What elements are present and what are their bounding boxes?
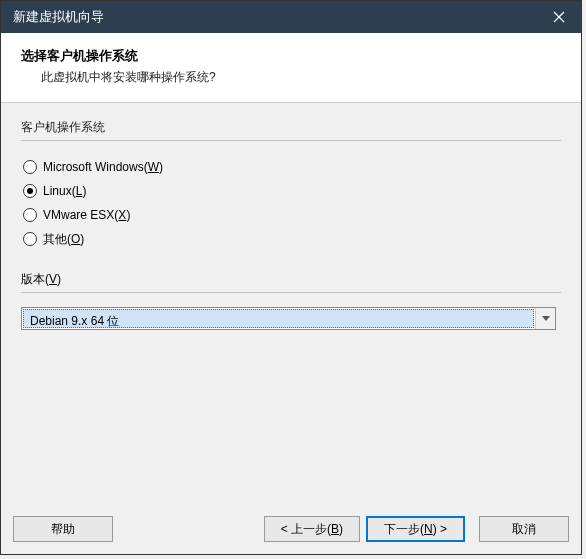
os-group-label: 客户机操作系统 (21, 119, 561, 136)
radio-label: Linux(L) (43, 184, 86, 198)
radio-label: 其他(O) (43, 231, 84, 248)
version-combobox[interactable]: Debian 9.x 64 位 (21, 307, 556, 330)
radio-linux[interactable]: Linux(L) (23, 179, 561, 203)
radio-circle-icon (23, 232, 37, 246)
close-icon (553, 11, 565, 23)
radio-circle-icon (23, 160, 37, 174)
radio-circle-icon (23, 208, 37, 222)
radio-other[interactable]: 其他(O) (23, 227, 561, 251)
back-label: < 上一步(B) (281, 521, 343, 538)
radio-label: VMware ESX(X) (43, 208, 130, 222)
radio-circle-icon (23, 184, 37, 198)
help-label: 帮助 (51, 521, 75, 538)
help-button[interactable]: 帮助 (13, 516, 113, 542)
radio-label: Microsoft Windows(W) (43, 160, 163, 174)
chevron-down-icon (542, 316, 550, 321)
dropdown-arrow (535, 308, 555, 329)
radio-windows[interactable]: Microsoft Windows(W) (23, 155, 561, 179)
cancel-label: 取消 (512, 521, 536, 538)
divider (21, 292, 561, 293)
wizard-dialog: 新建虚拟机向导 选择客户机操作系统 此虚拟机中将安装哪种操作系统? 客户机操作系… (0, 0, 582, 555)
os-radio-group: Microsoft Windows(W) Linux(L) VMware ESX… (23, 155, 561, 251)
titlebar-text: 新建虚拟机向导 (13, 8, 104, 26)
header-subtitle: 此虚拟机中将安装哪种操作系统? (41, 69, 561, 86)
version-label: 版本(V) (21, 271, 561, 288)
version-selected: Debian 9.x 64 位 (23, 309, 534, 328)
header-title: 选择客户机操作系统 (21, 47, 561, 65)
cancel-button[interactable]: 取消 (479, 516, 569, 542)
button-bar: 帮助 < 上一步(B) 下一步(N) > 取消 (1, 516, 581, 542)
titlebar: 新建虚拟机向导 (1, 1, 581, 33)
back-button[interactable]: < 上一步(B) (264, 516, 360, 542)
header-section: 选择客户机操作系统 此虚拟机中将安装哪种操作系统? (1, 33, 581, 103)
next-label: 下一步(N) > (384, 521, 447, 538)
content-area: 客户机操作系统 Microsoft Windows(W) Linux(L) VM… (1, 103, 581, 340)
radio-vmware-esx[interactable]: VMware ESX(X) (23, 203, 561, 227)
next-button[interactable]: 下一步(N) > (366, 516, 465, 542)
divider (21, 140, 561, 141)
close-button[interactable] (536, 1, 581, 33)
